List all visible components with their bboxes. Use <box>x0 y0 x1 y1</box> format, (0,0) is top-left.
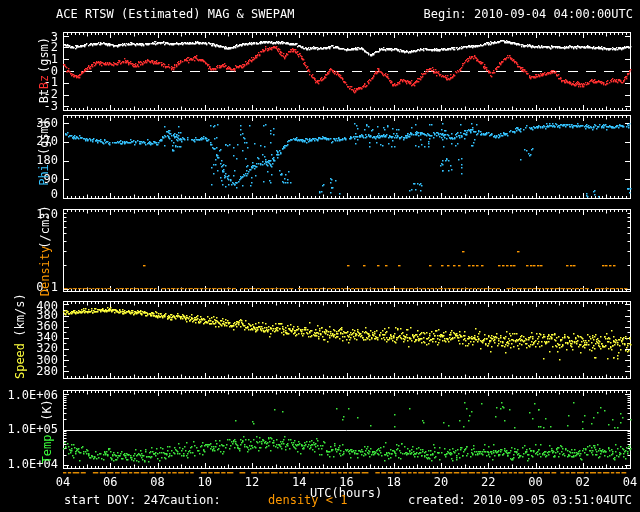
y-axis-title-phi: Phi <box>38 164 51 186</box>
y-axis-title-k: (K) <box>41 399 54 421</box>
y-axis-title-bt: Bt <box>38 89 51 103</box>
y-axis-title-speed: Speed <box>14 343 27 379</box>
y-axis-title-kms: (km/s) <box>14 293 27 336</box>
x-tick-label: 04 <box>49 476 77 489</box>
x-tick-label: 02 <box>569 476 597 489</box>
y-axis-title-density: Density <box>39 246 52 297</box>
page-title: ACE RTSW (Estimated) MAG & SWEPAM <box>56 8 294 21</box>
x-tick-label: 04 <box>616 476 640 489</box>
x-tick-label: 14 <box>285 476 313 489</box>
ace-rtsw-plot: ACE RTSW (Estimated) MAG & SWEPAM Begin:… <box>0 0 640 512</box>
x-tick-label: 12 <box>238 476 266 489</box>
plot-canvas <box>0 0 640 512</box>
x-tick-label: 10 <box>191 476 219 489</box>
footer-caution-value: density < 1 <box>268 494 347 507</box>
x-tick-label: 00 <box>522 476 550 489</box>
y-axis-title-bz: Bz <box>38 75 51 89</box>
y-tick-label: 0 <box>0 188 58 201</box>
x-tick-label: 18 <box>380 476 408 489</box>
x-tick-label: 20 <box>427 476 455 489</box>
x-tick-label: 16 <box>333 476 361 489</box>
y-tick-label: 280 <box>0 365 58 378</box>
x-tick-label: 22 <box>474 476 502 489</box>
y-axis-title-cm3: (/cm3) <box>39 205 52 248</box>
footer-start-doy: start DOY: 247 <box>64 494 165 507</box>
footer-created-timestamp: created: 2010-09-05 03:51:04UTC <box>408 494 632 507</box>
footer-caution-label: caution: <box>163 494 221 507</box>
x-tick-label: 08 <box>144 476 172 489</box>
x-tick-label: 06 <box>96 476 124 489</box>
y-axis-title-temp: Temp <box>41 435 54 464</box>
y-axis-title-gsm: (gsm) <box>38 37 51 73</box>
begin-timestamp: Begin: 2010-09-04 04:00:00UTC <box>423 8 633 21</box>
y-axis-title-gsm: (gsm) <box>38 119 51 155</box>
